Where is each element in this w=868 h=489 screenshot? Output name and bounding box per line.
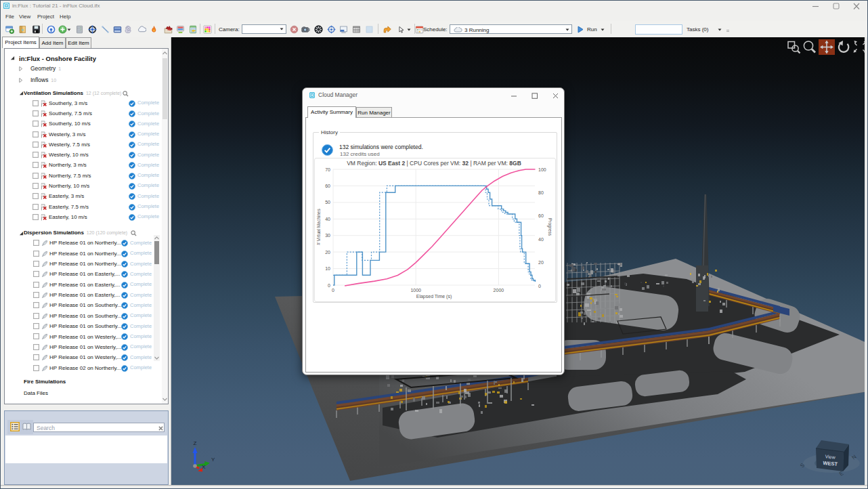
svg-text:Y: Y	[211, 456, 215, 463]
svg-text:40: 40	[538, 237, 544, 242]
svg-text:# Virtual Machines: # Virtual Machines	[316, 209, 321, 245]
svg-text:X: X	[202, 464, 206, 470]
svg-text:Progress: Progress	[547, 218, 552, 236]
svg-text:70: 70	[325, 167, 330, 172]
svg-text:Elapsed Time (s): Elapsed Time (s)	[416, 294, 452, 299]
svg-text:WEST: WEST	[823, 460, 838, 467]
svg-text:0: 0	[332, 288, 334, 293]
svg-text:20: 20	[538, 260, 544, 265]
svg-text:1000: 1000	[410, 288, 421, 293]
svg-text:100: 100	[538, 167, 546, 172]
svg-text:10: 10	[325, 266, 330, 271]
svg-text:50: 50	[325, 200, 330, 205]
svg-text:40: 40	[325, 217, 330, 221]
svg-text:2000: 2000	[494, 288, 504, 293]
svg-text:30: 30	[325, 233, 330, 238]
svg-text:0: 0	[328, 283, 330, 288]
svg-text:Z: Z	[194, 440, 197, 446]
svg-text:80: 80	[538, 190, 544, 195]
svg-text:20: 20	[325, 250, 330, 255]
svg-text:View: View	[825, 454, 836, 459]
svg-text:60: 60	[325, 184, 330, 188]
svg-text:60: 60	[538, 213, 544, 218]
svg-text:VM Region: US East 2 | CPU Cor: VM Region: US East 2 | CPU Cores per VM:…	[347, 160, 521, 167]
svg-text:0: 0	[538, 284, 541, 289]
